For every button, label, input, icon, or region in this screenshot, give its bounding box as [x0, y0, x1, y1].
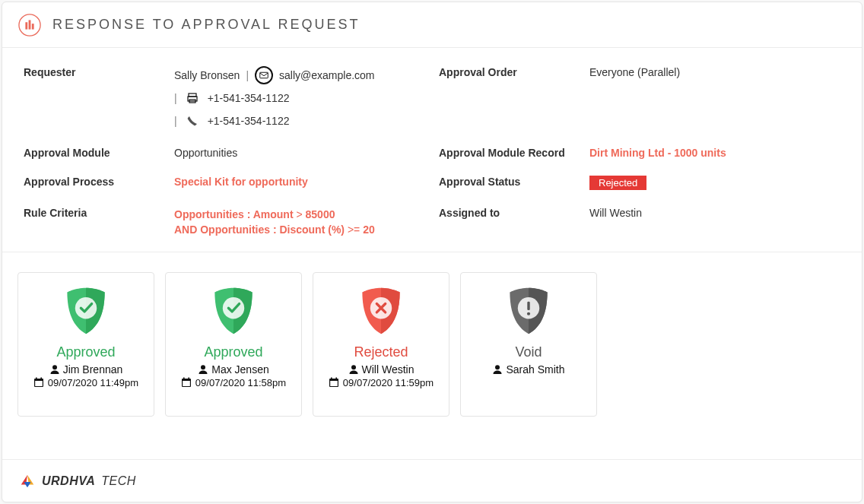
footer-brand-1: URDHVA [42, 474, 95, 488]
value-approval-module-record[interactable]: Dirt Mining Ltd - 1000 units [589, 147, 840, 159]
svg-rect-17 [188, 378, 189, 380]
person-icon [348, 364, 359, 375]
approver-card: Approved Jim Brennan 09/07/2020 11:49pm [17, 272, 154, 417]
page-title: RESPONSE TO APPROVAL REQUEST [52, 17, 360, 33]
separator: | [246, 69, 249, 81]
approver-name-text: Max Jensen [211, 363, 268, 376]
label-assigned-to: Assigned to [439, 207, 576, 238]
svg-rect-12 [40, 378, 42, 380]
svg-rect-1 [25, 22, 27, 29]
value-assigned-to: Will Westin [589, 207, 840, 238]
approver-card: Approved Max Jensen 09/07/2020 11:58pm [165, 272, 302, 417]
value-approval-module: Opportunities [174, 147, 425, 159]
approver-name-text: Sarah Smith [506, 363, 564, 376]
phone-icon [183, 112, 202, 130]
svg-rect-22 [335, 378, 337, 380]
svg-point-8 [52, 365, 57, 369]
rule-field-2: Opportunities : Discount (%) [200, 223, 345, 236]
rule-and: AND [174, 223, 197, 236]
svg-rect-16 [183, 378, 185, 380]
rule-value-2: 20 [363, 223, 375, 236]
shield-void-icon [498, 284, 559, 338]
svg-rect-4 [260, 72, 268, 78]
requester-fax: +1-541-354-1122 [208, 92, 290, 104]
fax-icon [183, 89, 202, 107]
approver-date: 09/07/2020 11:49pm [33, 377, 138, 388]
label-approval-process: Approval Process [24, 176, 160, 190]
rule-op-2: >= [348, 223, 360, 236]
svg-point-23 [495, 365, 500, 369]
footer: URDHVA TECH [2, 459, 862, 502]
rule-value-1: 85000 [306, 208, 335, 220]
urdhva-logo-icon [19, 473, 36, 490]
approver-date: 09/07/2020 11:58pm [181, 377, 286, 388]
label-requester: Requester [24, 66, 160, 130]
footer-brand-2: TECH [101, 474, 136, 488]
svg-rect-20 [330, 381, 338, 386]
calendar-icon [181, 377, 192, 388]
label-rule-criteria: Rule Criteria [24, 207, 160, 238]
status-badge: Rejected [589, 176, 646, 190]
approver-name-text: Jim Brennan [63, 363, 123, 376]
approver-date-text: 09/07/2020 11:58pm [195, 377, 286, 388]
value-approval-status: Rejected [589, 176, 840, 190]
separator: | [174, 115, 177, 127]
label-approval-status: Approval Status [439, 176, 576, 190]
approver-status: Void [515, 344, 542, 360]
approver-name: Will Westin [348, 363, 415, 376]
label-approval-module-record: Approval Module Record [439, 147, 576, 159]
approvers-row: Approved Jim Brennan 09/07/2020 11:49pm … [2, 252, 862, 424]
value-requester: Sally Bronsen | sally@example.com | +1-5… [174, 66, 425, 130]
svg-point-18 [351, 365, 356, 369]
label-approval-module: Approval Module [24, 147, 160, 159]
svg-rect-10 [35, 381, 43, 386]
shield-approved-icon [203, 284, 264, 338]
svg-rect-3 [32, 24, 34, 30]
person-icon [49, 364, 60, 375]
requester-name: Sally Bronsen [174, 69, 240, 81]
approver-date-text: 09/07/2020 11:59pm [343, 377, 434, 388]
urdhva-bars-icon [17, 13, 42, 37]
email-icon [255, 66, 273, 84]
approver-name: Max Jensen [198, 363, 268, 376]
svg-rect-15 [183, 381, 190, 386]
card-header: RESPONSE TO APPROVAL REQUEST [2, 2, 862, 48]
label-approval-order: Approval Order [439, 66, 576, 130]
requester-phone: +1-541-354-1122 [208, 115, 290, 127]
person-icon [492, 364, 503, 375]
svg-rect-2 [29, 20, 31, 29]
rule-op-1: > [296, 208, 302, 220]
value-approval-order: Everyone (Parallel) [589, 66, 840, 130]
svg-rect-11 [36, 378, 37, 380]
approver-name: Sarah Smith [492, 363, 564, 376]
calendar-icon [329, 377, 339, 388]
svg-rect-21 [331, 378, 332, 380]
approver-name-text: Will Westin [362, 363, 415, 376]
calendar-icon [33, 377, 44, 388]
rule-field-1: Opportunities : Amount [174, 208, 294, 220]
approver-date: 09/07/2020 11:59pm [329, 377, 434, 388]
info-section: Requester Sally Bronsen | sally@example.… [2, 48, 862, 252]
approver-card: Rejected Will Westin 09/07/2020 11:59pm [313, 272, 449, 417]
approver-status: Rejected [354, 344, 408, 360]
value-rule-criteria: Opportunities : Amount > 85000 AND Oppor… [174, 207, 425, 238]
svg-point-13 [201, 365, 205, 369]
approver-status: Approved [204, 344, 262, 360]
person-icon [198, 364, 208, 375]
value-approval-process[interactable]: Special Kit for opportunity [174, 176, 425, 190]
shield-approved-icon [56, 284, 116, 338]
approver-status: Approved [56, 344, 115, 360]
approver-card: Void Sarah Smith [460, 272, 597, 417]
approver-name: Jim Brennan [49, 363, 123, 376]
separator: | [174, 92, 177, 104]
approval-card: RESPONSE TO APPROVAL REQUEST Requester S… [2, 2, 862, 502]
requester-email[interactable]: sally@example.com [279, 69, 374, 81]
approver-date-text: 09/07/2020 11:49pm [48, 377, 138, 388]
shield-rejected-icon [351, 284, 411, 338]
